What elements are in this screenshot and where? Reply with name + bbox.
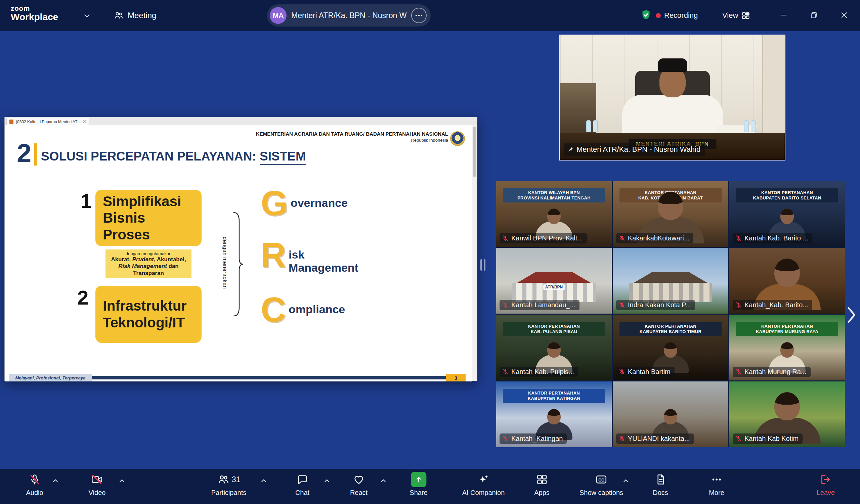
participant-name-label: Kantah Kab Kotim (733, 433, 803, 444)
minister-silhouette (622, 95, 723, 136)
svg-text:CC: CC (598, 478, 604, 483)
more-button[interactable]: More (709, 471, 724, 496)
participant-tile[interactable]: ATR/BPN Kantah Lamandau_... (496, 248, 612, 314)
muted-mic-icon (619, 369, 625, 375)
audio-options-chevron[interactable] (52, 477, 59, 484)
participant-tile[interactable]: KANTOR PERTANAHAN KABUPATEN BARITO SELAT… (729, 181, 845, 247)
recording-indicator[interactable]: Recording (656, 10, 698, 21)
white-shirt (622, 95, 723, 136)
chat-bubble-icon (296, 473, 309, 486)
video-button[interactable]: Video (89, 471, 106, 496)
muted-mic-icon (619, 235, 625, 241)
slide-ministry-header: KEMENTERIAN AGRARIA DAN TATA RUANG/ BADA… (256, 131, 448, 143)
participant-tile[interactable]: KANTOR PERTANAHAN KAB. KOTAWARINGIN BARA… (613, 181, 728, 247)
participant-tile[interactable]: YULIANDI kakanta... (613, 382, 728, 447)
zoom-meeting-window: zoom Workplace Meeting MA Menteri ATR/Ka… (0, 0, 860, 504)
view-layout-icon (742, 11, 750, 20)
ai-companion-button[interactable]: AI Companion (462, 471, 505, 496)
door-graphic (762, 35, 785, 134)
shared-window-titlebar: (0302 Kalte...i Paparan Menteri AT... (5, 117, 477, 125)
shared-window-tab: (0302 Kalte...i Paparan Menteri AT... (6, 118, 89, 125)
item2-number: 2 (77, 288, 88, 308)
meeting-title-pill[interactable]: MA Menteri ATR/Ka. BPN - Nusron W (267, 4, 431, 27)
tab-close-icon (83, 120, 86, 123)
grc-compliance: C ompliance (261, 295, 345, 324)
chat-options-chevron[interactable] (324, 477, 330, 484)
video-options-chevron[interactable] (118, 477, 125, 484)
meeting-title: Menteri ATR/Ka. BPN - Nusron W (291, 11, 406, 20)
muted-mic-icon (735, 369, 742, 375)
captions-options-chevron[interactable] (622, 477, 629, 484)
participant-tile[interactable]: Indra Kakan Kota P... (613, 248, 728, 314)
water-bottle (751, 120, 756, 132)
participant-name-label: Kantah Kab. Pulpis... (500, 367, 578, 377)
water-bottle (593, 120, 598, 132)
leave-button[interactable]: Leave (817, 471, 835, 496)
muted-mic-icon (502, 235, 508, 241)
participant-name-label: Kanwil BPN Prov. Kalt... (500, 233, 587, 243)
participants-options-chevron[interactable] (260, 477, 267, 484)
participant-tile[interactable]: KANTOR PERTANAHAN KABUPATEN KATINGAN Kan… (496, 382, 612, 447)
workspace-chevron-down-icon[interactable] (83, 12, 91, 19)
react-options-chevron[interactable] (380, 477, 387, 484)
item1-note: dengan mengutamakan Akurat, Prudent, Aku… (105, 250, 191, 278)
view-label: View (722, 11, 738, 20)
participant-tile[interactable]: KANTOR PERTANAHAN KABUPATEN MURUNG RAYA … (729, 315, 845, 381)
share-button[interactable]: Share (410, 471, 427, 496)
restore-button[interactable] (806, 6, 822, 24)
scrollbar-thumb[interactable] (473, 127, 476, 177)
panel-resize-handle[interactable] (481, 259, 485, 271)
window-scrollbar[interactable] (472, 125, 477, 381)
participant-tile[interactable]: KANTOR PERTANAHAN KABUPATEN BARITO TIMUR… (613, 315, 728, 381)
office-banner: KANTOR PERTANAHAN KAB. PULANG PISAU (503, 322, 605, 337)
meeting-people-icon (114, 11, 124, 20)
gallery-next-page-chevron[interactable] (847, 306, 856, 324)
participant-name-label: Kantah Lamandau_... (500, 300, 579, 310)
pinned-video[interactable]: MENTERI ATR/KA. BPN Menteri ATR/Ka. BPN … (559, 34, 785, 161)
muted-mic-icon (502, 369, 508, 375)
recording-dot-icon (656, 13, 661, 18)
participant-grid: KANTOR WILAYAH BPN PROVINSI KALIMANTAN T… (496, 181, 845, 447)
share-icon (411, 472, 426, 487)
water-bottle (744, 120, 749, 132)
muted-mic-icon (735, 302, 742, 308)
grc-risk: R iskManagement (261, 240, 358, 274)
slide-section-number: 2 (17, 140, 31, 166)
grc-governance: G overnance (261, 188, 348, 218)
office-banner: KANTOR PERTANAHAN KABUPATEN BARITO SELAT… (736, 188, 838, 203)
participant-tile[interactable]: Kantah Kab Kotim (729, 382, 845, 447)
meeting-info-more-button[interactable] (411, 8, 427, 23)
participant-tile[interactable]: KANTOR PERTANAHAN KAB. PULANG PISAU Kant… (496, 315, 612, 381)
camera-off-icon (91, 473, 103, 486)
office-banner: KANTOR PERTANAHAN KABUPATEN MURUNG RAYA (736, 322, 838, 337)
react-button[interactable]: React (350, 471, 368, 496)
muted-mic-icon (502, 435, 508, 442)
audio-button[interactable]: Audio (26, 471, 43, 496)
participant-tile[interactable]: KANTOR WILAYAH BPN PROVINSI KALIMANTAN T… (496, 181, 612, 247)
participant-name-label: Indra Kakan Kota P... (616, 300, 695, 310)
apps-button[interactable]: Apps (534, 471, 549, 496)
view-button[interactable]: View (722, 10, 750, 21)
slide-title: SOLUSI PERCEPATAN PELAYANAN: SISTEM (41, 149, 306, 164)
close-button[interactable] (836, 6, 852, 24)
encryption-shield-icon[interactable] (640, 9, 652, 21)
curly-brace-graphic (232, 211, 244, 317)
logo-workplace: Workplace (11, 12, 58, 22)
restore-icon (810, 11, 818, 19)
presentation-file-icon (10, 120, 13, 124)
chat-button[interactable]: Chat (295, 471, 310, 496)
participants-count: 31 (232, 475, 241, 484)
minimize-button[interactable] (775, 6, 792, 24)
show-captions-button[interactable]: CC Show captions (579, 471, 623, 496)
participant-tile[interactable]: Kantah_Kab. Barito... (729, 248, 845, 314)
muted-mic-icon (735, 435, 742, 442)
tab-meeting[interactable]: Meeting (114, 8, 156, 23)
zoom-workplace-logo: zoom Workplace (11, 5, 58, 22)
office-banner: KANTOR PERTANAHAN KABUPATEN BARITO TIMUR (619, 322, 721, 337)
docs-button[interactable]: Docs (653, 471, 668, 496)
pinned-name-label: Menteri ATR/Ka. BPN - Nusron Wahid (564, 143, 705, 156)
participants-button[interactable]: 31 Participants (211, 471, 247, 496)
muted-mic-icon (735, 235, 742, 241)
meeting-toolbar: Audio Video 31 Participants (0, 469, 860, 504)
captions-cc-icon: CC (595, 473, 607, 486)
